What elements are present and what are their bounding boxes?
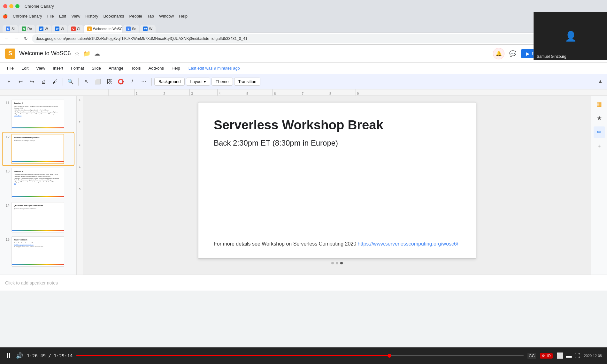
menu-help[interactable]: Help <box>168 64 183 72</box>
tabs-strip: S Si R Re W W W W C Ci S Welcome to WoSC… <box>3 25 156 33</box>
video-progress-thumb <box>388 354 391 358</box>
background-button[interactable]: Background <box>154 78 185 86</box>
menu-bookmarks[interactable]: Bookmarks <box>104 14 124 19</box>
tab-w1[interactable]: W W <box>36 25 51 33</box>
slides-panel-icon[interactable]: ▦ <box>594 98 605 110</box>
slide-num-14: 14 <box>4 202 10 207</box>
image-tool[interactable]: 🖼 <box>104 77 114 87</box>
menu-help[interactable]: Help <box>179 14 188 19</box>
menu-edit[interactable]: Edit <box>18 64 32 72</box>
comments-button[interactable]: 💬 <box>507 48 519 59</box>
slide-num-15: 15 <box>4 236 10 241</box>
tab-si[interactable]: S Si <box>3 25 18 33</box>
collapse-toolbar-button[interactable]: ▲ <box>597 78 603 85</box>
menu-file[interactable]: File <box>47 14 54 19</box>
layout-button[interactable]: Layout ▾ <box>186 78 210 86</box>
video-volume-button[interactable]: 🔊 <box>16 352 23 359</box>
menu-chrome[interactable]: Chrome Canary <box>13 14 42 19</box>
menu-apple[interactable]: 🍎 <box>3 14 8 19</box>
menu-tools[interactable]: Tools <box>128 64 144 72</box>
address-bar: ← → ↻ docs.google.com/presentation/d/1IU… <box>0 33 607 45</box>
menu-edit[interactable]: Edit <box>59 14 66 19</box>
refresh-button[interactable]: ↻ <box>22 35 29 42</box>
select-tool[interactable]: ↖ <box>81 77 91 87</box>
slide-thumb-12[interactable]: 12 Serverless Workshop Break Back 2:30pm… <box>3 133 74 165</box>
tab-ci[interactable]: C Ci <box>68 25 83 33</box>
alt-select-tool[interactable]: ⬜ <box>93 77 103 87</box>
slide-body: Back 2:30pm ET (8:30pm in Europe) <box>214 139 460 148</box>
menu-arrange[interactable]: Arrange <box>105 64 127 72</box>
menu-window[interactable]: Window <box>159 14 174 19</box>
tab-w2[interactable]: W W <box>52 25 67 33</box>
slide-thumb-14[interactable]: 14 Questions and Open Discussion Q Discu… <box>3 201 74 234</box>
menu-history[interactable]: History <box>85 14 98 19</box>
menu-people[interactable]: People <box>129 14 142 19</box>
folder-icon[interactable]: 📁 <box>83 50 90 57</box>
redo-button[interactable]: ↪ <box>27 77 37 87</box>
maximize-button[interactable] <box>15 4 19 8</box>
paint-format-button[interactable]: 🖌 <box>50 77 60 87</box>
slide-title: Serverless Workshop Break <box>214 118 460 132</box>
tab-se[interactable]: S Se <box>123 25 139 33</box>
tab-w3[interactable]: W W <box>140 25 155 33</box>
speaker-notes[interactable]: Click to add speaker notes <box>0 275 607 291</box>
edit-panel-icon[interactable]: ✏ <box>594 126 605 138</box>
slide-preview-13: Session 3 1 Barry Kim: Serverless Federa… <box>12 168 64 198</box>
menu-view[interactable]: View <box>71 14 80 19</box>
menu-slide[interactable]: Slide <box>88 64 104 72</box>
browser-title: Chrome Canary <box>25 4 54 9</box>
dot-1 <box>331 262 334 264</box>
url-input[interactable]: docs.google.com/presentation/d/1IU2zRxPo… <box>32 34 594 43</box>
add-panel-icon[interactable]: + <box>594 140 605 152</box>
menu-addons[interactable]: Add-ons <box>145 64 167 72</box>
menu-view[interactable]: View <box>33 64 48 72</box>
present-icon: ▶ <box>526 51 530 56</box>
slide-panel: 11 Session 2 Data Federation of Return F… <box>0 96 77 275</box>
theme-button[interactable]: Theme <box>211 78 233 86</box>
ruler-h: 1 2 3 4 5 6 7 8 9 <box>109 89 607 96</box>
doc-title[interactable]: Welcome to WoSC6 <box>19 50 71 57</box>
close-button[interactable] <box>3 4 7 8</box>
video-cc-button[interactable]: CC <box>527 353 536 359</box>
app-header: S Welcome to WoSC6 ☆ 📁 ☁ 🔔 💬 ▶ Present ▾… <box>0 45 607 63</box>
video-progress-bar[interactable] <box>76 355 524 356</box>
forward-button[interactable]: → <box>13 35 20 42</box>
ruler-v: 12345 <box>77 96 83 275</box>
last-edit-link[interactable]: Last edit was 9 minutes ago <box>188 66 240 71</box>
star-icon[interactable]: ☆ <box>74 50 80 57</box>
speaker-notes-placeholder: Click to add speaker notes <box>5 280 58 285</box>
menu-format[interactable]: Format <box>68 64 87 72</box>
slide-canvas: Serverless Workshop Break Back 2:30pm ET… <box>198 102 476 259</box>
menu-file[interactable]: File <box>4 64 17 72</box>
tab-re[interactable]: R Re <box>19 25 35 33</box>
minimize-button[interactable] <box>9 4 13 8</box>
menu-insert[interactable]: Insert <box>50 64 66 72</box>
ruler-corner <box>0 89 109 96</box>
undo-button[interactable]: ↩ <box>15 77 26 87</box>
slide-thumb-13[interactable]: 13 Session 3 1 Barry Kim: Serverless Fed… <box>3 167 74 200</box>
add-button[interactable]: + <box>4 77 14 87</box>
separator-1 <box>63 78 63 86</box>
canvas-area[interactable]: Serverless Workshop Break Back 2:30pm ET… <box>83 96 591 275</box>
tab-slides-active[interactable]: S Welcome to WoSC6 - Google Slides ✕ <box>84 25 122 33</box>
notifications-button[interactable]: 🔔 <box>493 48 504 59</box>
star-panel-icon[interactable]: ★ <box>594 112 605 124</box>
slide-thumb-15[interactable]: 15 Your Feedback Thank all so that and t… <box>3 235 74 268</box>
menu-tab[interactable]: Tab <box>147 14 154 19</box>
video-hd-badge[interactable]: ⚙ HD <box>540 353 553 359</box>
traffic-lights <box>3 4 19 8</box>
video-theater-icon[interactable]: ▬ <box>566 353 572 359</box>
transition-button[interactable]: Transition <box>234 78 261 86</box>
print-button[interactable]: 🖨 <box>38 77 49 87</box>
footer-link[interactable]: https://www.serverlesscomputing.org/wosc… <box>358 241 458 246</box>
video-fullscreen-icon[interactable]: ⛶ <box>574 353 580 359</box>
slide-thumb-11[interactable]: 11 Session 2 Data Federation of Return F… <box>3 98 74 131</box>
zoom-button[interactable]: 🔍 <box>65 77 76 87</box>
shape-tool[interactable]: ⭕ <box>116 77 126 87</box>
video-play-button[interactable]: ⏸ <box>5 352 12 360</box>
video-pip-icon[interactable]: ⬜ <box>557 352 564 359</box>
more-shapes[interactable]: ⋯ <box>139 77 149 87</box>
line-tool[interactable]: / <box>127 77 137 87</box>
cloud-icon[interactable]: ☁ <box>94 50 100 57</box>
back-button[interactable]: ← <box>3 35 10 42</box>
